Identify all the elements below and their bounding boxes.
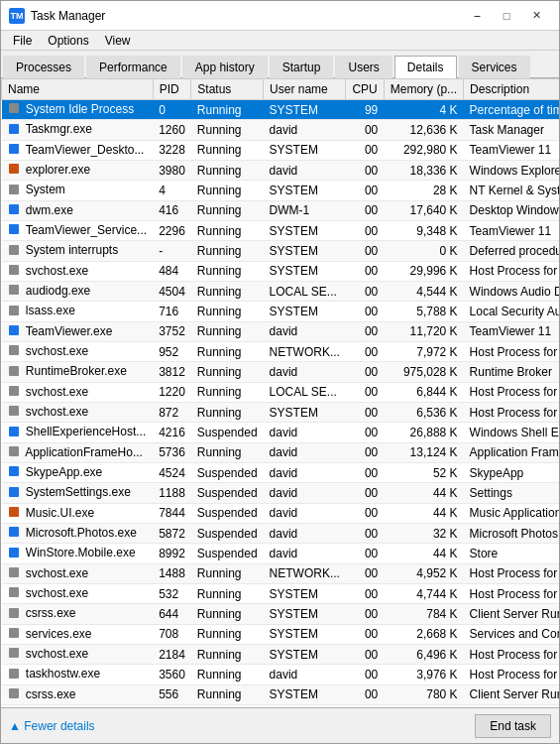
table-row[interactable]: svchost.exe 484 Running SYSTEM 00 29,996…: [2, 261, 560, 281]
cell-memory: 44 K: [384, 544, 463, 563]
cell-pid: 416: [153, 200, 191, 220]
tab-app-history[interactable]: App history: [182, 56, 268, 78]
cell-cpu: 00: [346, 321, 384, 341]
process-name: dwm.exe: [26, 203, 73, 217]
process-name: svchost.exe: [26, 344, 88, 358]
task-manager-window: TM Task Manager ‒ □ ✕ File Options View …: [0, 0, 560, 744]
col-header-pid[interactable]: PID: [153, 79, 191, 100]
table-row[interactable]: svchost.exe 952 Running NETWORK... 00 7,…: [2, 341, 560, 361]
table-row[interactable]: svchost.exe 1488 Running NETWORK... 00 4…: [2, 563, 560, 583]
cell-name: explorer.exe: [2, 160, 154, 180]
table-row[interactable]: TeamViewer_Deskto... 3228 Running SYSTEM…: [2, 140, 560, 160]
col-header-user[interactable]: User name: [264, 79, 346, 100]
table-row[interactable]: csrss.exe 644 Running SYSTEM 00 784 K Cl…: [2, 604, 560, 624]
cell-cpu: 00: [346, 523, 384, 543]
cell-name: TeamViewer_Service...: [2, 220, 154, 240]
svg-rect-14: [9, 386, 19, 396]
col-header-memory[interactable]: Memory (p...: [384, 79, 463, 100]
table-row[interactable]: explorer.exe 3980 Running david 00 18,33…: [2, 160, 560, 180]
process-name: audiodg.exe: [26, 284, 90, 298]
cell-user: david: [264, 503, 346, 523]
table-row[interactable]: services.exe 708 Running SYSTEM 00 2,668…: [2, 624, 560, 644]
table-row[interactable]: TeamViewer_Service... 2296 Running SYSTE…: [2, 220, 560, 240]
cell-desc: Task Manager: [464, 120, 559, 140]
svg-rect-10: [9, 306, 19, 315]
cell-cpu: 00: [346, 442, 384, 462]
svg-rect-4: [9, 185, 19, 194]
tab-processes[interactable]: Processes: [3, 56, 84, 78]
table-row[interactable]: Microsoft.Photos.exe 5872 Suspended davi…: [2, 523, 560, 543]
table-row[interactable]: Taskmgr.exe 1260 Running david 00 12,636…: [2, 120, 560, 140]
cell-name: System interrupts: [2, 241, 154, 261]
col-header-status[interactable]: Status: [191, 79, 264, 100]
cell-user: SYSTEM: [264, 302, 346, 321]
col-header-cpu[interactable]: CPU: [346, 79, 384, 100]
table-row[interactable]: ApplicationFrameHo... 5736 Running david…: [2, 442, 560, 462]
cell-cpu: 00: [346, 665, 384, 684]
process-table: Name PID Status User name CPU Memory (p.…: [1, 78, 559, 707]
table-row[interactable]: TeamViewer.exe 3752 Running david 00 11,…: [2, 321, 560, 341]
table-row[interactable]: System interrupts - Running SYSTEM 00 0 …: [2, 241, 560, 261]
close-button[interactable]: ✕: [521, 6, 551, 26]
maximize-button[interactable]: □: [492, 6, 521, 26]
process-icon: [8, 627, 20, 642]
process-icon: [8, 506, 20, 521]
process-table-body: System Idle Process 0 Running SYSTEM 99 …: [2, 100, 560, 708]
cell-pid: 872: [153, 402, 191, 422]
process-name: TeamViewer_Deskto...: [26, 143, 145, 157]
svg-rect-0: [9, 103, 19, 113]
table-row[interactable]: SkypeApp.exe 4524 Suspended david 00 52 …: [2, 462, 560, 482]
cell-memory: 12,636 K: [384, 120, 463, 140]
col-header-name[interactable]: Name: [2, 79, 154, 100]
table-row[interactable]: svchost.exe 532 Running SYSTEM 00 4,744 …: [2, 583, 560, 603]
cell-desc: Application Frame ...: [464, 442, 559, 462]
cell-user: david: [264, 483, 346, 503]
cell-cpu: 00: [346, 583, 384, 603]
table-row[interactable]: dwm.exe 416 Running DWM-1 00 17,640 K De…: [2, 200, 560, 220]
table-row[interactable]: svchost.exe 872 Running SYSTEM 00 6,536 …: [2, 402, 560, 422]
cell-status: Running: [191, 583, 264, 603]
menu-bar: File Options View: [1, 31, 559, 51]
table-row[interactable]: System 4 Running SYSTEM 00 28 K NT Kerne…: [2, 181, 560, 200]
tab-services[interactable]: Services: [459, 56, 530, 78]
menu-file[interactable]: File: [5, 32, 40, 50]
end-task-button[interactable]: End task: [475, 714, 551, 738]
process-table-container[interactable]: Name PID Status User name CPU Memory (p.…: [1, 78, 559, 707]
menu-options[interactable]: Options: [40, 32, 96, 50]
tab-details[interactable]: Details: [394, 56, 457, 78]
table-row[interactable]: taskhostw.exe 3560 Running david 00 3,97…: [2, 665, 560, 684]
window-controls: ‒ □ ✕: [462, 6, 551, 26]
cell-name: Taskmgr.exe: [2, 120, 154, 140]
cell-memory: 44 K: [384, 503, 463, 523]
table-row[interactable]: Music.UI.exe 7844 Suspended david 00 44 …: [2, 503, 560, 523]
table-row[interactable]: csrss.exe 556 Running SYSTEM 00 780 K Cl…: [2, 684, 560, 704]
process-name: WinStore.Mobile.exe: [26, 546, 136, 559]
app-icon: TM: [9, 8, 25, 24]
table-row[interactable]: SystemSettings.exe 1188 Suspended david …: [2, 483, 560, 503]
table-row[interactable]: audiodg.exe 4504 Running LOCAL SE... 00 …: [2, 281, 560, 301]
table-row[interactable]: ShellExperienceHost... 4216 Suspended da…: [2, 423, 560, 442]
table-row[interactable]: WinStore.Mobile.exe 8992 Suspended david…: [2, 544, 560, 563]
cell-user: SYSTEM: [264, 684, 346, 704]
tab-users[interactable]: Users: [335, 56, 392, 78]
col-header-desc[interactable]: Description: [464, 79, 559, 100]
cell-status: Running: [191, 261, 264, 281]
menu-view[interactable]: View: [97, 32, 139, 50]
cell-user: david: [264, 321, 346, 341]
cell-pid: 8992: [153, 544, 191, 563]
cell-memory: 28 K: [384, 181, 463, 200]
process-icon: [8, 426, 20, 440]
fewer-details-button[interactable]: ▲ Fewer details: [9, 719, 95, 733]
table-row[interactable]: RuntimeBroker.exe 3812 Running david 00 …: [2, 362, 560, 382]
table-row[interactable]: svchost.exe 2184 Running SYSTEM 00 6,496…: [2, 644, 560, 664]
process-icon: [8, 203, 20, 218]
tab-performance[interactable]: Performance: [86, 56, 180, 78]
minimize-button[interactable]: ‒: [462, 6, 492, 26]
process-icon: [8, 607, 20, 622]
table-row[interactable]: System Idle Process 0 Running SYSTEM 99 …: [2, 100, 560, 120]
table-row[interactable]: lsass.exe 716 Running SYSTEM 00 5,788 K …: [2, 302, 560, 321]
tab-startup[interactable]: Startup: [270, 56, 334, 78]
table-row[interactable]: svchost.exe 1220 Running LOCAL SE... 00 …: [2, 382, 560, 402]
cell-pid: 2184: [153, 644, 191, 664]
process-name: csrss.exe: [26, 606, 76, 620]
